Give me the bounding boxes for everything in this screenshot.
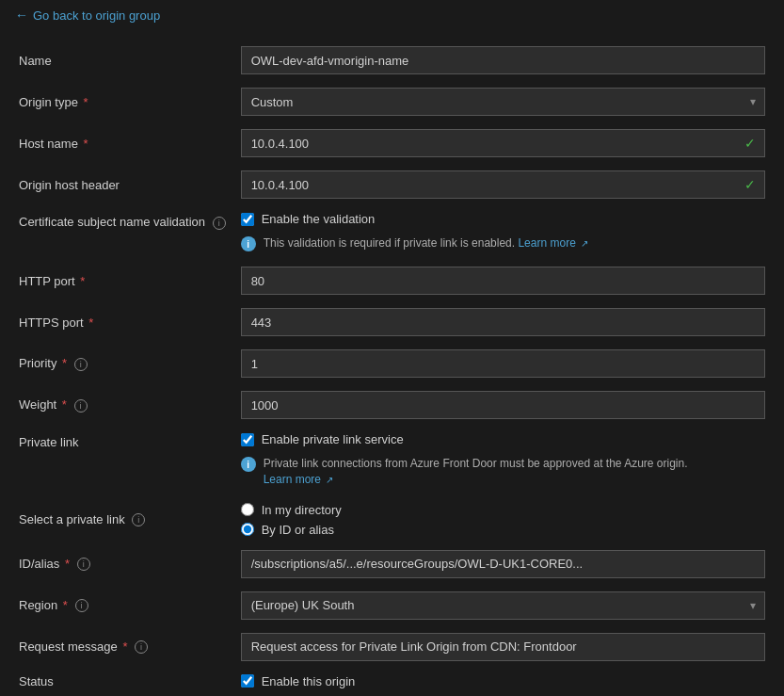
request-message-label: Request message bbox=[19, 639, 118, 654]
back-link-label: Go back to origin group bbox=[33, 8, 160, 23]
request-message-info-icon[interactable]: i bbox=[135, 640, 148, 654]
origin-host-header-input[interactable] bbox=[241, 170, 765, 199]
name-label: Name bbox=[19, 54, 52, 68]
region-info-icon[interactable]: i bbox=[75, 599, 88, 612]
id-alias-label: ID/alias bbox=[19, 557, 59, 571]
cert-validation-checkbox-text: Enable the validation bbox=[262, 212, 376, 226]
radio-directory[interactable] bbox=[241, 503, 254, 516]
select-private-link-info-icon[interactable]: i bbox=[132, 513, 145, 526]
https-port-required: * bbox=[88, 316, 93, 330]
name-row: Name bbox=[15, 40, 769, 81]
region-select-wrapper: (Europe) UK South (Europe) UK West (US) … bbox=[241, 591, 765, 620]
private-link-radio-group: In my directory By ID or alias bbox=[241, 503, 765, 537]
private-link-checkbox-label[interactable]: Enable private link service bbox=[241, 432, 765, 446]
http-port-row: HTTP port * bbox=[15, 260, 769, 301]
priority-required: * bbox=[62, 356, 67, 370]
origin-type-select-wrapper: Custom Storage Cloud service Web App App… bbox=[241, 88, 765, 116]
id-alias-input[interactable] bbox=[241, 550, 765, 578]
back-link[interactable]: ← Go back to origin group bbox=[15, 8, 769, 23]
form-table: Name Origin type * Custom Storage Cloud … bbox=[15, 40, 769, 695]
id-alias-required: * bbox=[65, 557, 70, 571]
priority-label: Priority bbox=[19, 356, 56, 370]
select-private-link-row: Select a private link i In my directory … bbox=[15, 496, 769, 543]
host-name-required: * bbox=[84, 137, 88, 151]
request-message-input[interactable] bbox=[241, 633, 765, 661]
cert-validation-info-icon[interactable]: i bbox=[213, 217, 226, 230]
private-link-checkbox-text: Enable private link service bbox=[262, 432, 404, 446]
cert-learn-more-link[interactable]: Learn more ↗ bbox=[518, 236, 588, 250]
origin-type-label: Origin type bbox=[19, 95, 78, 109]
region-row: Region * i (Europe) UK South (Europe) UK… bbox=[15, 585, 769, 626]
private-link-checkbox[interactable] bbox=[241, 433, 254, 446]
private-link-row: Private link Enable private link service… bbox=[15, 426, 769, 496]
cert-info-text: This validation is required if private l… bbox=[264, 235, 589, 251]
id-alias-info-icon[interactable]: i bbox=[77, 558, 90, 571]
http-port-label: HTTP port bbox=[19, 274, 75, 288]
priority-row: Priority * i bbox=[15, 343, 769, 384]
radio-id-alias[interactable] bbox=[241, 523, 254, 536]
priority-input[interactable] bbox=[241, 349, 765, 378]
radio-id-alias-label: By ID or alias bbox=[262, 523, 334, 537]
weight-row: Weight * i bbox=[15, 384, 769, 426]
cert-info-icon: i bbox=[241, 236, 256, 251]
https-port-input[interactable] bbox=[241, 308, 765, 336]
cert-validation-checkbox[interactable] bbox=[241, 213, 254, 226]
private-link-radio-directory[interactable]: In my directory bbox=[241, 503, 765, 517]
status-label: Status bbox=[19, 674, 54, 688]
origin-host-header-row: Origin host header ✓ bbox=[15, 164, 769, 205]
cert-validation-row: Certificate subject name validation i En… bbox=[15, 205, 769, 260]
private-link-label: Private link bbox=[19, 435, 79, 449]
origin-host-header-label: Origin host header bbox=[19, 178, 120, 192]
region-label: Region bbox=[19, 598, 57, 612]
cert-validation-info-bar: i This validation is required if private… bbox=[241, 230, 765, 253]
origin-type-select[interactable]: Custom Storage Cloud service Web App App… bbox=[241, 88, 765, 116]
https-port-label: HTTPS port bbox=[19, 316, 84, 330]
status-checkbox[interactable] bbox=[241, 674, 254, 688]
private-link-learn-more-link[interactable]: Learn more ↗ bbox=[264, 473, 334, 486]
weight-label: Weight bbox=[19, 397, 56, 412]
status-row: Status Enable this origin bbox=[15, 668, 769, 695]
private-link-info-bar: i Private link connections from Azure Fr… bbox=[241, 450, 765, 490]
origin-host-header-input-wrapper: ✓ bbox=[241, 170, 765, 199]
cert-validation-checkbox-label[interactable]: Enable the validation bbox=[241, 212, 765, 226]
http-port-required: * bbox=[80, 274, 85, 288]
region-required: * bbox=[63, 598, 68, 612]
weight-info-icon[interactable]: i bbox=[74, 399, 88, 413]
status-checkbox-label[interactable]: Enable this origin bbox=[241, 674, 765, 688]
origin-type-row: Origin type * Custom Storage Cloud servi… bbox=[15, 81, 769, 122]
back-arrow-icon: ← bbox=[15, 8, 28, 23]
name-input[interactable] bbox=[241, 46, 765, 74]
private-link-info-text: Private link connections from Azure Fron… bbox=[264, 456, 688, 488]
weight-input[interactable] bbox=[241, 391, 765, 419]
private-link-external-icon: ↗ bbox=[326, 475, 333, 485]
host-name-label: Host name bbox=[19, 137, 78, 151]
private-link-content: Enable private link service i Private li… bbox=[241, 432, 765, 490]
id-alias-row: ID/alias * i bbox=[15, 543, 769, 585]
weight-required: * bbox=[62, 397, 67, 412]
http-port-input[interactable] bbox=[241, 267, 765, 295]
request-message-row: Request message * i bbox=[15, 626, 769, 668]
cert-validation-label: Certificate subject name validation bbox=[19, 215, 205, 229]
private-link-radio-id-alias[interactable]: By ID or alias bbox=[241, 523, 765, 537]
host-name-input-wrapper: ✓ bbox=[241, 129, 765, 157]
page-container: ← Go back to origin group Name Origin ty… bbox=[0, 0, 784, 696]
private-link-info-icon: i bbox=[241, 457, 256, 472]
priority-info-icon[interactable]: i bbox=[74, 358, 88, 371]
request-message-required: * bbox=[122, 639, 127, 654]
radio-directory-label: In my directory bbox=[262, 503, 342, 517]
region-select[interactable]: (Europe) UK South (Europe) UK West (US) … bbox=[241, 591, 765, 620]
status-checkbox-text: Enable this origin bbox=[262, 674, 356, 688]
origin-type-required: * bbox=[84, 95, 88, 109]
select-private-link-label: Select a private link bbox=[19, 512, 125, 526]
cert-external-icon: ↗ bbox=[581, 238, 588, 249]
host-name-row: Host name * ✓ bbox=[15, 122, 769, 164]
host-name-input[interactable] bbox=[241, 129, 765, 157]
https-port-row: HTTPS port * bbox=[15, 301, 769, 343]
